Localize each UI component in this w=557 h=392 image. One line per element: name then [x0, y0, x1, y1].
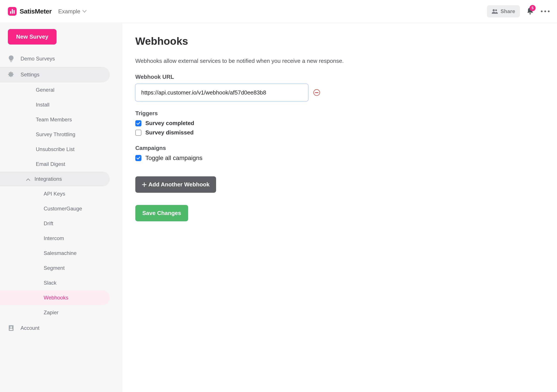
- brand-logo[interactable]: SatisMeter: [8, 7, 52, 16]
- more-menu-button[interactable]: [541, 9, 550, 13]
- svg-rect-2: [14, 10, 15, 14]
- workspace-name: Example: [58, 8, 80, 15]
- svg-rect-1: [12, 9, 13, 14]
- main-content: Webhooks Webhooks allow external service…: [122, 23, 557, 392]
- toggle-all-campaigns-checkbox[interactable]: [135, 155, 141, 161]
- share-button[interactable]: Share: [487, 5, 520, 17]
- sidebar-item-zapier[interactable]: Zapier: [0, 305, 110, 320]
- chevron-up-icon: [26, 176, 30, 182]
- save-changes-button[interactable]: Save Changes: [135, 205, 188, 221]
- check-icon: [136, 156, 140, 160]
- sidebar-item-label: Account: [21, 325, 40, 331]
- webhook-url-row: [135, 84, 544, 101]
- svg-rect-0: [10, 11, 11, 14]
- sidebar-item-slack[interactable]: Slack: [0, 276, 110, 290]
- page-title: Webhooks: [135, 35, 544, 47]
- people-icon: [492, 9, 498, 14]
- page-intro: Webhooks allow external services to be n…: [135, 58, 544, 64]
- svg-point-9: [10, 326, 12, 328]
- trigger-survey-dismissed-label: Survey dismissed: [145, 129, 194, 136]
- sidebar-item-customergauge[interactable]: CustomerGauge: [0, 201, 110, 216]
- trigger-survey-dismissed-checkbox[interactable]: [135, 130, 141, 136]
- app-header: SatisMeter Example Share 5: [0, 0, 557, 23]
- trigger-survey-completed-label: Survey completed: [145, 120, 194, 127]
- sidebar-item-label: Integrations: [34, 176, 62, 182]
- header-left: SatisMeter Example: [8, 7, 86, 16]
- check-icon: [136, 122, 140, 125]
- new-survey-button[interactable]: New Survey: [8, 29, 57, 45]
- toggle-all-campaigns-label: Toggle all campaigns: [145, 155, 203, 162]
- sidebar-item-label: Demo Surveys: [21, 56, 55, 62]
- svg-point-5: [541, 10, 543, 12]
- person-card-icon: [8, 325, 14, 331]
- sidebar-item-intercom[interactable]: Intercom: [0, 231, 110, 246]
- sidebar-item-account[interactable]: Account: [0, 320, 110, 336]
- sidebar-item-webhooks[interactable]: Webhooks: [0, 290, 110, 305]
- trigger-survey-completed-row: Survey completed: [135, 120, 544, 127]
- caret-down-icon: [82, 10, 86, 13]
- sidebar-item-integrations[interactable]: Integrations: [0, 172, 110, 186]
- sidebar-item-email-digest[interactable]: Email Digest: [0, 157, 110, 172]
- brand-name: SatisMeter: [20, 8, 52, 15]
- sidebar: New Survey Demo Surveys Settings General…: [0, 23, 122, 392]
- lightbulb-icon: [8, 56, 14, 62]
- notifications-button[interactable]: 5: [527, 7, 533, 16]
- notification-badge: 5: [530, 5, 536, 11]
- sidebar-item-api-keys[interactable]: API Keys: [0, 186, 110, 201]
- svg-point-7: [548, 10, 549, 12]
- bar-chart-icon: [8, 7, 16, 16]
- add-webhook-label: Add Another Webhook: [148, 181, 210, 188]
- webhook-url-input[interactable]: [135, 84, 308, 101]
- sidebar-item-install[interactable]: Install: [0, 97, 110, 112]
- sidebar-item-survey-throttling[interactable]: Survey Throttling: [0, 127, 110, 142]
- sidebar-item-general[interactable]: General: [0, 82, 110, 97]
- workspace-switcher[interactable]: Example: [58, 8, 86, 15]
- trigger-survey-completed-checkbox[interactable]: [135, 120, 141, 126]
- dots-horizontal-icon: [541, 10, 550, 12]
- sidebar-item-salesmachine[interactable]: Salesmachine: [0, 246, 110, 261]
- header-right: Share 5: [487, 5, 550, 17]
- svg-point-4: [495, 9, 497, 11]
- sidebar-item-team-members[interactable]: Team Members: [0, 112, 110, 127]
- webhook-url-label: Webhook URL: [135, 74, 544, 80]
- toggle-all-campaigns-row: Toggle all campaigns: [135, 155, 544, 162]
- sidebar-item-label: Settings: [21, 72, 40, 78]
- svg-rect-10: [315, 92, 319, 93]
- plus-icon: [142, 182, 147, 187]
- svg-point-3: [493, 9, 495, 11]
- share-label: Share: [500, 8, 515, 14]
- triggers-label: Triggers: [135, 110, 544, 117]
- sidebar-item-settings[interactable]: Settings: [0, 67, 110, 82]
- minus-circle-icon: [315, 92, 319, 93]
- sidebar-item-drift[interactable]: Drift: [0, 216, 110, 231]
- svg-point-6: [544, 10, 546, 12]
- campaigns-label: Campaigns: [135, 145, 544, 151]
- gear-icon: [8, 72, 14, 78]
- sidebar-item-segment[interactable]: Segment: [0, 261, 110, 276]
- add-webhook-button[interactable]: Add Another Webhook: [135, 176, 216, 193]
- remove-webhook-button[interactable]: [313, 89, 320, 96]
- sidebar-item-unsubscribe-list[interactable]: Unsubscribe List: [0, 142, 110, 157]
- sidebar-item-demo-surveys[interactable]: Demo Surveys: [0, 51, 110, 67]
- trigger-survey-dismissed-row: Survey dismissed: [135, 129, 544, 136]
